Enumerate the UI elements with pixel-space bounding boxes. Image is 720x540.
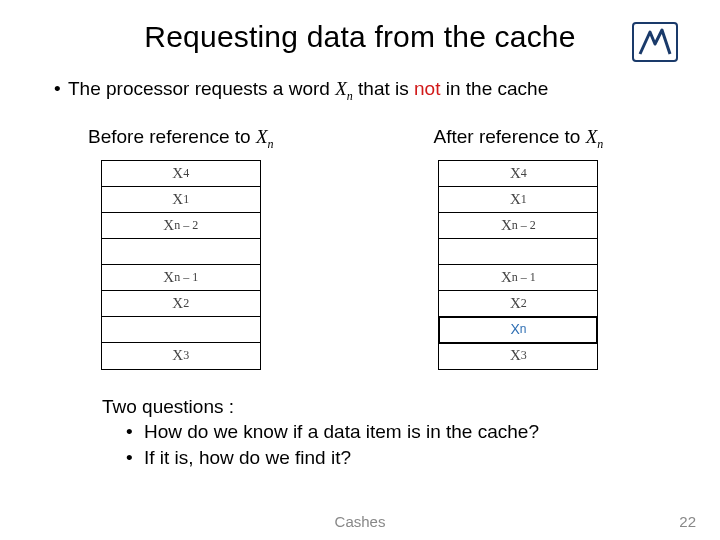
after-label-prefix: After reference to [434,126,586,147]
slide-title: Requesting data from the cache [144,20,575,54]
cache-cell-sub: 1 [183,192,189,207]
before-label-base: X [256,126,268,147]
cache-row: X2 [439,291,597,317]
before-label: Before reference to Xn [88,126,274,152]
question-item: How do we know if a data item is in the … [126,419,688,445]
cache-row: X4 [102,161,260,187]
cache-row: X1 [102,187,260,213]
cache-cell-sub: 2 [183,296,189,311]
cache-row: Xn – 1 [102,265,260,291]
before-cache: X4X1Xn – 2Xn – 1X2X3 [101,160,261,370]
cache-row: X4 [439,161,597,187]
after-cache: X4X1Xn – 2Xn – 1X2XnX3 [438,160,598,370]
cache-cell-base: X [172,295,183,312]
cache-row: X2 [102,291,260,317]
cache-row: Xn [439,317,597,343]
cache-cell-base: X [510,295,521,312]
after-label-sub: n [597,137,603,151]
cache-cell-base: X [163,269,174,286]
lead-word-base: X [335,78,347,99]
cache-cell-base: X [510,191,521,208]
after-label: After reference to Xn [434,126,604,152]
cache-cell-sub: 3 [183,348,189,363]
cache-cell-sub: 2 [521,296,527,311]
cache-cell-base: X [510,321,519,337]
questions-block: Two questions : How do we know if a data… [102,394,688,471]
cache-cell-base: X [172,191,183,208]
cache-row: Xn – 2 [439,213,597,239]
lead-mid: that is [353,78,414,99]
cache-cell-sub: n [520,322,527,336]
after-label-base: X [586,126,598,147]
cache-row: X3 [439,343,597,369]
before-label-prefix: Before reference to [88,126,256,147]
cache-cell-sub: n – 1 [512,270,536,285]
cache-cell-sub: n – 2 [174,218,198,233]
cache-cell-sub: n – 2 [512,218,536,233]
before-label-sub: n [268,137,274,151]
cache-cell-base: X [163,217,174,234]
cache-row: Xn – 1 [439,265,597,291]
cache-row [102,239,260,265]
cache-row: X3 [102,343,260,369]
cache-row: X1 [439,187,597,213]
technion-logo-icon [632,22,678,62]
cache-cell-base: X [501,269,512,286]
page-number: 22 [679,513,696,530]
lead-not: not [414,78,440,99]
lead-prefix: The processor requests a word [68,78,335,99]
lead-suffix: in the cache [440,78,548,99]
cache-cell-sub: 3 [521,348,527,363]
cache-row [439,239,597,265]
cache-cell-sub: 1 [521,192,527,207]
cache-cell-base: X [510,165,521,182]
question-item: If it is, how do we find it? [126,445,688,471]
cache-row: Xn – 2 [102,213,260,239]
before-column: Before reference to Xn X4X1Xn – 2Xn – 1X… [88,126,274,370]
questions-intro: Two questions : [102,394,688,420]
cache-cell-base: X [172,165,183,182]
after-column: After reference to Xn X4X1Xn – 2Xn – 1X2… [434,126,604,370]
cache-cell-base: X [172,347,183,364]
cache-cell-sub: n – 1 [174,270,198,285]
footer-label: Cashes [0,513,720,530]
cache-cell-base: X [501,217,512,234]
cache-cell-sub: 4 [521,166,527,181]
cache-cell-base: X [510,347,521,364]
questions-list: How do we know if a data item is in the … [126,419,688,470]
lead-sentence: •The processor requests a word Xn that i… [54,78,688,104]
cache-cell-sub: 4 [183,166,189,181]
cache-row [102,317,260,343]
